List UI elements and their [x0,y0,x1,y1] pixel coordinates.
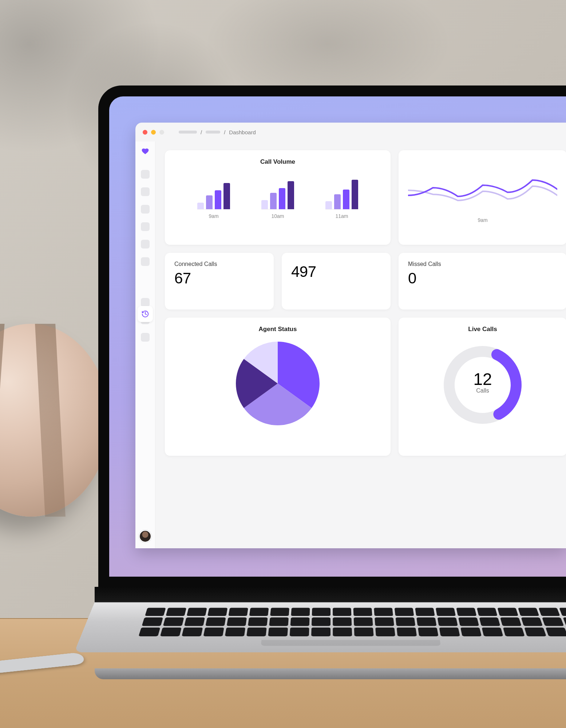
dashboard-content: Call Volume 9am10am11am 9am Connected Ca… [155,142,566,548]
call-volume-chart: 9am10am11am [174,166,381,219]
traffic-light-zoom-icon[interactable] [159,130,164,135]
app-window: / / Dashboard [135,123,566,548]
card-title: Connected Calls [174,261,264,267]
card-metric-497: 497 [282,253,391,310]
breadcrumb: / / Dashboard [179,129,256,135]
card-title: Live Calls [408,326,557,333]
sidebar-item[interactable] [141,187,150,196]
breadcrumb-sep: / [201,129,202,135]
breadcrumb-current: Dashboard [229,129,256,135]
sidebar [135,142,155,548]
traffic-light-minimize-icon[interactable] [151,130,156,135]
agent-status-pie-chart [236,342,320,425]
sidebar-item[interactable] [141,222,150,231]
trend-line-chart [408,165,557,216]
desktop-wallpaper: / / Dashboard [109,96,566,577]
sidebar-item[interactable] [141,240,150,248]
card-connected-calls: Connected Calls 67 [165,253,274,310]
laptop-keyboard [74,602,566,652]
card-live-calls: Live Calls 12 Calls [399,318,566,456]
user-avatar[interactable] [139,530,151,542]
breadcrumb-placeholder [179,131,197,134]
card-title: Missed Calls [408,261,557,267]
breadcrumb-placeholder [206,131,220,134]
history-icon [141,310,149,318]
card-missed-calls: Missed Calls 0 [399,253,566,310]
gauge-value: 12 [473,369,492,389]
sidebar-item[interactable] [141,333,150,342]
window-titlebar: / / Dashboard [135,123,566,142]
metric-value: 0 [408,270,557,287]
laptop: / / Dashboard [98,85,566,631]
sidebar-item[interactable] [141,170,150,179]
sidebar-item[interactable] [141,257,150,266]
card-agent-status: Agent Status [165,318,391,456]
breadcrumb-sep: / [224,129,225,135]
sidebar-item[interactable] [141,298,150,307]
laptop-front-lip [95,668,566,679]
app-logo-icon [140,147,151,158]
sidebar-item-history[interactable] [138,306,153,322]
card-title: Call Volume [174,158,381,166]
sidebar-item[interactable] [141,205,150,214]
traffic-light-close-icon[interactable] [143,130,147,135]
gauge-center: 12 Calls [473,369,492,394]
laptop-screen-bezel: / / Dashboard [98,85,566,588]
laptop-notch [261,640,441,646]
card-title: Agent Status [174,326,381,333]
trend-x-label: 9am [408,217,557,223]
card-call-volume: Call Volume 9am10am11am [165,150,391,245]
metric-value: 497 [291,263,381,281]
metric-value: 67 [174,270,264,287]
card-trend: 9am [399,150,566,245]
